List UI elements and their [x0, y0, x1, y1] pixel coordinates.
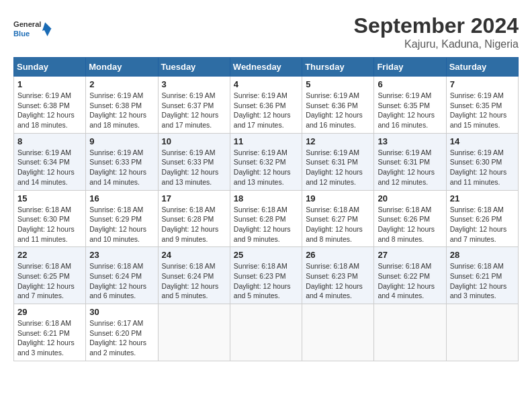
day-info: Sunrise: 6:17 AMSunset: 6:20 PMDaylight:…: [89, 318, 154, 358]
day-info: Sunrise: 6:18 AMSunset: 6:21 PMDaylight:…: [450, 261, 515, 301]
day-info: Sunrise: 6:18 AMSunset: 6:23 PMDaylight:…: [234, 261, 298, 301]
day-info: Sunrise: 6:19 AMSunset: 6:36 PMDaylight:…: [234, 91, 298, 130]
day-info: Sunrise: 6:19 AMSunset: 6:31 PMDaylight:…: [306, 148, 370, 187]
calendar-cell: 7Sunrise: 6:19 AMSunset: 6:35 PMDaylight…: [446, 77, 518, 134]
day-number: 30: [89, 307, 154, 317]
calendar-header-row: SundayMondayTuesdayWednesdayThursdayFrid…: [14, 58, 519, 77]
day-number: 13: [378, 136, 442, 146]
calendar-cell: 28Sunrise: 6:18 AMSunset: 6:21 PMDayligh…: [446, 247, 518, 304]
day-info: Sunrise: 6:19 AMSunset: 6:33 PMDaylight:…: [89, 148, 154, 187]
calendar-cell: 25Sunrise: 6:18 AMSunset: 6:23 PMDayligh…: [230, 247, 302, 304]
day-number: 28: [450, 250, 515, 260]
day-number: 27: [378, 250, 442, 260]
day-info: Sunrise: 6:18 AMSunset: 6:26 PMDaylight:…: [378, 205, 442, 244]
day-number: 14: [450, 136, 515, 146]
page-header: General Blue September 2024 Kajuru, Kadu…: [13, 13, 519, 50]
day-info: Sunrise: 6:18 AMSunset: 6:21 PMDaylight:…: [17, 318, 82, 358]
calendar-week-row: 15Sunrise: 6:18 AMSunset: 6:30 PMDayligh…: [14, 190, 519, 247]
day-info: Sunrise: 6:19 AMSunset: 6:34 PMDaylight:…: [17, 148, 82, 187]
calendar-cell: 4Sunrise: 6:19 AMSunset: 6:36 PMDaylight…: [230, 77, 302, 134]
calendar-cell: 11Sunrise: 6:19 AMSunset: 6:32 PMDayligh…: [230, 133, 302, 190]
day-of-week-header: Saturday: [446, 58, 518, 77]
day-number: 17: [162, 193, 226, 203]
calendar-cell: 8Sunrise: 6:19 AMSunset: 6:34 PMDaylight…: [14, 133, 86, 190]
day-info: Sunrise: 6:19 AMSunset: 6:35 PMDaylight:…: [450, 91, 515, 130]
calendar-cell: 13Sunrise: 6:19 AMSunset: 6:31 PMDayligh…: [374, 133, 446, 190]
day-number: 25: [234, 250, 298, 260]
calendar-cell: 24Sunrise: 6:18 AMSunset: 6:24 PMDayligh…: [158, 247, 230, 304]
day-info: Sunrise: 6:18 AMSunset: 6:25 PMDaylight:…: [17, 261, 82, 301]
day-of-week-header: Monday: [86, 58, 158, 77]
day-info: Sunrise: 6:18 AMSunset: 6:24 PMDaylight:…: [89, 261, 154, 301]
svg-text:Blue: Blue: [13, 30, 30, 38]
day-number: 11: [234, 136, 298, 146]
calendar-cell: 3Sunrise: 6:19 AMSunset: 6:37 PMDaylight…: [158, 77, 230, 134]
calendar-cell: [302, 304, 374, 361]
calendar-cell: 12Sunrise: 6:19 AMSunset: 6:31 PMDayligh…: [302, 133, 374, 190]
calendar-cell: 16Sunrise: 6:18 AMSunset: 6:29 PMDayligh…: [86, 190, 158, 247]
calendar-cell: 21Sunrise: 6:18 AMSunset: 6:26 PMDayligh…: [446, 190, 518, 247]
calendar-cell: [446, 304, 518, 361]
day-of-week-header: Friday: [374, 58, 446, 77]
day-number: 22: [17, 250, 82, 260]
calendar-cell: 30Sunrise: 6:17 AMSunset: 6:20 PMDayligh…: [86, 304, 158, 361]
day-number: 9: [89, 136, 154, 146]
day-of-week-header: Wednesday: [230, 58, 302, 77]
calendar-cell: 14Sunrise: 6:19 AMSunset: 6:30 PMDayligh…: [446, 133, 518, 190]
day-info: Sunrise: 6:19 AMSunset: 6:38 PMDaylight:…: [17, 91, 82, 130]
day-number: 26: [306, 250, 370, 260]
calendar-cell: 1Sunrise: 6:19 AMSunset: 6:38 PMDaylight…: [14, 77, 86, 134]
title-block: September 2024 Kajuru, Kaduna, Nigeria: [354, 13, 519, 50]
calendar-cell: 19Sunrise: 6:18 AMSunset: 6:27 PMDayligh…: [302, 190, 374, 247]
day-number: 20: [378, 193, 442, 203]
day-info: Sunrise: 6:18 AMSunset: 6:23 PMDaylight:…: [306, 261, 370, 301]
logo: General Blue: [13, 13, 54, 47]
svg-text:General: General: [13, 20, 41, 28]
day-info: Sunrise: 6:19 AMSunset: 6:30 PMDaylight:…: [450, 148, 515, 187]
day-number: 1: [17, 79, 82, 89]
calendar-cell: 15Sunrise: 6:18 AMSunset: 6:30 PMDayligh…: [14, 190, 86, 247]
calendar-cell: 6Sunrise: 6:19 AMSunset: 6:35 PMDaylight…: [374, 77, 446, 134]
day-info: Sunrise: 6:19 AMSunset: 6:36 PMDaylight:…: [306, 91, 370, 130]
day-number: 21: [450, 193, 515, 203]
day-info: Sunrise: 6:18 AMSunset: 6:28 PMDaylight:…: [234, 205, 298, 244]
calendar-cell: 20Sunrise: 6:18 AMSunset: 6:26 PMDayligh…: [374, 190, 446, 247]
day-number: 3: [162, 79, 226, 89]
day-info: Sunrise: 6:19 AMSunset: 6:35 PMDaylight:…: [378, 91, 442, 130]
calendar-week-row: 8Sunrise: 6:19 AMSunset: 6:34 PMDaylight…: [14, 133, 519, 190]
page-title: September 2024: [354, 13, 519, 38]
calendar-cell: 29Sunrise: 6:18 AMSunset: 6:21 PMDayligh…: [14, 304, 86, 361]
calendar-cell: [230, 304, 302, 361]
calendar-cell: 17Sunrise: 6:18 AMSunset: 6:28 PMDayligh…: [158, 190, 230, 247]
calendar-cell: 9Sunrise: 6:19 AMSunset: 6:33 PMDaylight…: [86, 133, 158, 190]
day-info: Sunrise: 6:18 AMSunset: 6:24 PMDaylight:…: [162, 261, 226, 301]
day-number: 7: [450, 79, 515, 89]
day-info: Sunrise: 6:19 AMSunset: 6:38 PMDaylight:…: [89, 91, 154, 130]
day-info: Sunrise: 6:19 AMSunset: 6:37 PMDaylight:…: [162, 91, 226, 130]
day-info: Sunrise: 6:18 AMSunset: 6:30 PMDaylight:…: [17, 205, 82, 244]
calendar-week-row: 1Sunrise: 6:19 AMSunset: 6:38 PMDaylight…: [14, 77, 519, 134]
day-info: Sunrise: 6:19 AMSunset: 6:32 PMDaylight:…: [234, 148, 298, 187]
logo-icon: General Blue: [13, 13, 54, 47]
calendar-cell: 22Sunrise: 6:18 AMSunset: 6:25 PMDayligh…: [14, 247, 86, 304]
day-number: 16: [89, 193, 154, 203]
day-number: 4: [234, 79, 298, 89]
calendar-cell: 23Sunrise: 6:18 AMSunset: 6:24 PMDayligh…: [86, 247, 158, 304]
page-subtitle: Kajuru, Kaduna, Nigeria: [354, 38, 519, 50]
day-info: Sunrise: 6:18 AMSunset: 6:29 PMDaylight:…: [89, 205, 154, 244]
day-number: 12: [306, 136, 370, 146]
day-info: Sunrise: 6:18 AMSunset: 6:26 PMDaylight:…: [450, 205, 515, 244]
day-number: 15: [17, 193, 82, 203]
day-number: 19: [306, 193, 370, 203]
calendar-week-row: 22Sunrise: 6:18 AMSunset: 6:25 PMDayligh…: [14, 247, 519, 304]
calendar-cell: 2Sunrise: 6:19 AMSunset: 6:38 PMDaylight…: [86, 77, 158, 134]
day-number: 2: [89, 79, 154, 89]
day-number: 10: [162, 136, 226, 146]
calendar-week-row: 29Sunrise: 6:18 AMSunset: 6:21 PMDayligh…: [14, 304, 519, 361]
calendar-cell: [374, 304, 446, 361]
day-number: 5: [306, 79, 370, 89]
calendar-cell: [158, 304, 230, 361]
day-number: 18: [234, 193, 298, 203]
day-of-week-header: Tuesday: [158, 58, 230, 77]
day-info: Sunrise: 6:19 AMSunset: 6:31 PMDaylight:…: [378, 148, 442, 187]
